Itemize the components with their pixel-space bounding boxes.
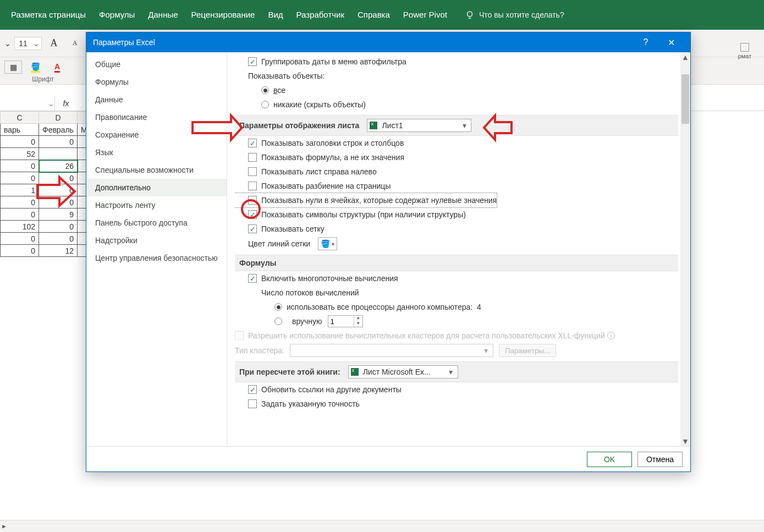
fx-label[interactable]: fx: [55, 99, 77, 108]
cell[interactable]: 0: [1, 160, 39, 172]
cell[interactable]: 0: [39, 136, 78, 148]
cell[interactable]: 12: [39, 245, 78, 257]
content-scrollbar[interactable]: ▲ ▼: [680, 52, 690, 446]
name-box[interactable]: ⌄: [0, 96, 55, 111]
thread-count-input[interactable]: [328, 316, 354, 327]
radio-label: использовать все процессоры данного комп…: [287, 303, 481, 311]
nav-item-7[interactable]: Дополнительно: [86, 179, 227, 196]
cell[interactable]: Февраль: [39, 124, 78, 136]
info-icon[interactable]: i: [607, 332, 615, 339]
cell[interactable]: 52: [1, 148, 39, 160]
checkbox-label: Разрешить использование вычислительных к…: [248, 331, 605, 340]
checkbox-icon: [248, 274, 257, 283]
ribbon-tab-developer[interactable]: Разработчик: [290, 0, 351, 30]
font-size-combo[interactable]: 11 ⌄: [14, 37, 42, 50]
cell[interactable]: 102: [1, 221, 39, 233]
ribbon-tab-data[interactable]: Данные: [141, 0, 184, 30]
checkbox-label: Показывать заголовки строк и столбцов: [261, 139, 404, 147]
ok-button[interactable]: OK: [587, 452, 632, 467]
opt-manual-threads[interactable]: вручную ▲▼: [235, 314, 678, 328]
cell[interactable]: 0: [39, 233, 78, 245]
nav-item-11[interactable]: Центр управления безопасностью: [86, 249, 227, 267]
cell[interactable]: 0: [1, 196, 39, 209]
cell[interactable]: 0: [1, 136, 39, 148]
cell[interactable]: 0: [39, 172, 78, 184]
excel-options-dialog: Параметры Excel ? ✕ ОбщиеФормулыДанныеПр…: [86, 32, 691, 472]
nav-item-8[interactable]: Настроить ленту: [86, 196, 227, 214]
cell[interactable]: 0: [1, 233, 39, 245]
cell[interactable]: 26: [39, 160, 78, 172]
opt-update-links[interactable]: Обновить ссылки на другие документы: [235, 382, 678, 397]
ribbon-tab-review[interactable]: Рецензирование: [185, 0, 262, 30]
font-color-button[interactable]: A: [48, 61, 66, 74]
ribbon-tab-formulas[interactable]: Формулы: [92, 0, 141, 30]
dialog-titlebar: Параметры Excel ? ✕: [86, 32, 690, 52]
col-header[interactable]: D: [39, 112, 78, 124]
format-icon: [740, 43, 749, 52]
cell[interactable]: 0: [39, 196, 78, 209]
nav-item-0[interactable]: Общие: [86, 56, 227, 73]
opt-show-zeros[interactable]: Показывать нули в ячейках, которые содер…: [235, 193, 497, 207]
fill-color-button[interactable]: 🪣: [26, 61, 44, 74]
cell[interactable]: 0: [39, 221, 78, 233]
cell[interactable]: [39, 148, 78, 160]
cell[interactable]: 0: [1, 172, 39, 184]
nav-item-2[interactable]: Данные: [86, 91, 227, 108]
scroll-thumb[interactable]: [681, 74, 689, 124]
checkbox-label: Показывать символы структуры (при наличи…: [261, 210, 466, 219]
borders-button[interactable]: ▦: [4, 61, 22, 74]
opt-set-precision[interactable]: Задать указанную точность: [235, 397, 678, 411]
checkbox-icon: [248, 399, 257, 408]
opt-show-gridlines[interactable]: Показывать сетку: [235, 222, 678, 236]
sheet-selector-dropdown[interactable]: Лист1 ▾: [367, 119, 471, 132]
opt-show-page-breaks[interactable]: Показывать разбиение на страницы: [235, 179, 678, 193]
gridline-color-label: Цвет линий сетки: [248, 239, 310, 248]
opt-show-formulas[interactable]: Показывать формулы, а не их значения: [235, 150, 678, 164]
grow-font-button[interactable]: A: [45, 37, 63, 50]
cell[interactable]: 0: [39, 184, 78, 196]
checkbox-label: Группировать даты в меню автофильтра: [261, 57, 406, 66]
nav-item-10[interactable]: Надстройки: [86, 232, 227, 249]
opt-sheet-rtl[interactable]: Показывать лист справа налево: [235, 164, 678, 179]
checkbox-label: Задать указанную точность: [261, 399, 360, 408]
nav-item-5[interactable]: Язык: [86, 144, 227, 161]
close-button[interactable]: ✕: [658, 37, 684, 48]
opt-group-dates-autofilter[interactable]: Группировать даты в меню автофильтра: [235, 54, 678, 69]
col-header[interactable]: C: [1, 112, 39, 124]
sheet-tab-scroll[interactable]: ▸: [2, 522, 6, 530]
opt-allow-xll-clusters: Разрешить использование вычислительных к…: [235, 328, 678, 343]
tell-me-label: Что вы хотите сделать?: [479, 10, 564, 19]
opt-show-objects-none[interactable]: никакие (скрыть объекты): [235, 97, 678, 112]
nav-item-4[interactable]: Сохранение: [86, 126, 227, 144]
ribbon-tab-powerpivot[interactable]: Power Pivot: [397, 0, 454, 30]
opt-use-all-cpus[interactable]: использовать все процессоры данного комп…: [235, 300, 678, 314]
ribbon-tab-help[interactable]: Справка: [351, 0, 397, 30]
options-nav: ОбщиеФормулыДанныеПравописаниеСохранение…: [86, 52, 227, 446]
opt-show-outline-symbols[interactable]: Показывать символы структуры (при наличи…: [235, 207, 678, 222]
shrink-font-button[interactable]: A: [66, 37, 84, 50]
help-button[interactable]: ?: [633, 37, 658, 47]
cell[interactable]: 9: [39, 209, 78, 221]
nav-item-9[interactable]: Панель быстрого доступа: [86, 214, 227, 232]
opt-show-headers[interactable]: Показывать заголовки строк и столбцов: [235, 136, 678, 150]
opt-show-objects-all[interactable]: все: [235, 83, 678, 97]
cell[interactable]: 1: [1, 184, 39, 196]
ribbon-tab-view[interactable]: Вид: [261, 0, 289, 30]
cell[interactable]: варь: [1, 124, 39, 136]
cell[interactable]: 0: [1, 245, 39, 257]
font-name-chevron[interactable]: ⌄: [4, 39, 11, 48]
scroll-down-icon: ▼: [680, 436, 690, 446]
nav-item-3[interactable]: Правописание: [86, 108, 227, 126]
nav-item-1[interactable]: Формулы: [86, 73, 227, 91]
thread-count-spinner[interactable]: ▲▼: [328, 315, 363, 327]
cancel-button[interactable]: Отмена: [637, 452, 683, 467]
workbook-selector-dropdown[interactable]: Лист Microsoft Ex... ▾: [348, 365, 458, 379]
nav-item-6[interactable]: Специальные возможности: [86, 161, 227, 179]
tell-me-box[interactable]: Что вы хотите сделать?: [465, 10, 564, 20]
ribbon-tab-page-layout[interactable]: Разметка страницы: [4, 0, 92, 30]
cell[interactable]: 0: [1, 209, 39, 221]
opt-enable-multithread[interactable]: Включить многопоточные вычисления: [235, 271, 678, 286]
cluster-params-button: Параметры...: [499, 344, 556, 357]
gridline-color-button[interactable]: 🪣 ▾: [318, 237, 337, 250]
format-dropdown[interactable]: рмат: [731, 43, 758, 59]
